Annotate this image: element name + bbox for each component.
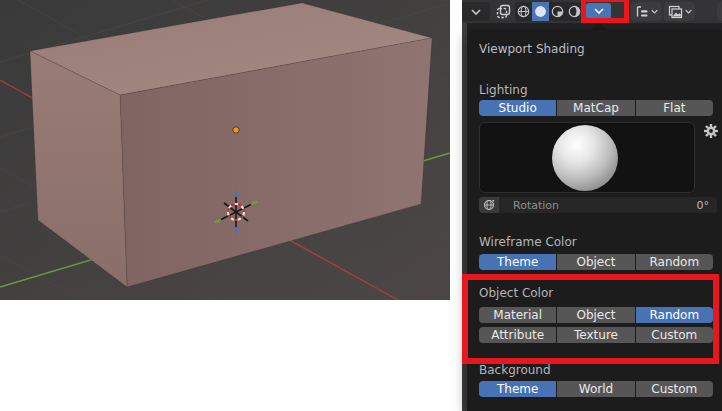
object-color-random[interactable]: Random (636, 307, 713, 323)
lighting-option-studio[interactable]: Studio (479, 100, 556, 116)
chevron-down-icon (594, 8, 604, 14)
rendered-shading-button[interactable] (566, 2, 583, 21)
shading-options-dropdown-button[interactable] (586, 3, 611, 19)
rotation-slider[interactable]: Rotation 0° (499, 197, 717, 213)
chevron-down-icon (651, 9, 658, 14)
chevron-down-icon (471, 9, 481, 15)
viewport-header-bar (462, 0, 722, 23)
wireframe-color-object[interactable]: Object (557, 254, 634, 270)
lighting-section-label: Lighting (479, 83, 528, 97)
wireframe-color-random[interactable]: Random (636, 254, 713, 270)
rotation-label: Rotation (513, 199, 559, 212)
solid-sphere-icon (534, 5, 547, 18)
material-preview-shading-button[interactable] (549, 2, 566, 21)
object-color-material[interactable]: Material (479, 307, 556, 323)
3d-viewport[interactable] (0, 0, 450, 300)
background-section-label: Background (479, 363, 551, 377)
popover-title: Viewport Shading (479, 42, 585, 56)
object-color-custom[interactable]: Custom (636, 327, 713, 343)
object-color-object[interactable]: Object (557, 307, 634, 323)
globe-refresh-icon (483, 199, 495, 211)
object-color-attribute[interactable]: Attribute (479, 327, 556, 343)
lighting-option-flat[interactable]: Flat (636, 100, 713, 116)
wireframe-color-theme[interactable]: Theme (479, 254, 556, 270)
rotation-value: 0° (697, 199, 710, 212)
clipped-header-button[interactable] (717, 2, 722, 21)
object-color-section-label: Object Color (479, 286, 553, 300)
wireframe-sphere-icon (517, 5, 530, 18)
studiolight-settings-button[interactable] (703, 123, 719, 139)
screenshot-root: Viewport Shading Lighting Studio MatCap … (0, 0, 722, 411)
viewport-canvas (0, 0, 450, 300)
background-theme[interactable]: Theme (479, 381, 556, 397)
gizmos-dropdown-button[interactable] (664, 2, 695, 21)
background-options-row: Theme World Custom (479, 381, 713, 397)
lighting-option-matcap[interactable]: MatCap (557, 100, 634, 116)
wireframe-color-options-row: Theme Object Random (479, 254, 713, 270)
material-sphere-icon (551, 5, 564, 18)
right-region: Viewport Shading Lighting Studio MatCap … (462, 0, 722, 411)
object-color-texture[interactable]: Texture (557, 327, 634, 343)
rotation-row: Rotation 0° (479, 197, 717, 213)
images-icon (668, 5, 683, 19)
object-color-row-2: Attribute Texture Custom (479, 327, 713, 343)
studiolight-preview (479, 122, 695, 193)
solid-shading-button[interactable] (532, 2, 549, 21)
background-world[interactable]: World (557, 381, 634, 397)
rendered-sphere-icon (568, 5, 581, 18)
wireframe-color-section-label: Wireframe Color (479, 235, 577, 249)
gear-icon (703, 123, 719, 139)
background-custom[interactable]: Custom (636, 381, 713, 397)
mode-dropdown-button[interactable] (462, 2, 490, 21)
wireframe-shading-button[interactable] (515, 2, 532, 21)
object-origin-dot (233, 127, 239, 133)
studiolight-sphere (552, 125, 618, 191)
overlays-icon (635, 5, 649, 19)
xray-icon (496, 4, 511, 19)
overlays-dropdown-button[interactable] (631, 2, 661, 21)
xray-toggle-button[interactable] (493, 2, 514, 21)
shading-mode-group (515, 2, 583, 21)
viewport-shading-popover: Viewport Shading Lighting Studio MatCap … (467, 30, 722, 411)
chevron-down-icon (685, 9, 692, 14)
lighting-options-row: Studio MatCap Flat (479, 100, 713, 116)
object-color-row-1: Material Object Random (479, 307, 713, 323)
world-orientation-button[interactable] (479, 197, 499, 213)
